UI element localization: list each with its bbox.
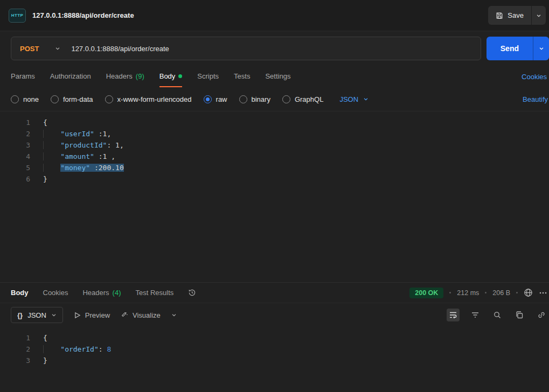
cookies-link[interactable]: Cookies	[522, 73, 547, 81]
status-badge: 200 OK	[409, 288, 443, 298]
beautify-link[interactable]: Beautify	[523, 95, 548, 103]
tab-settings[interactable]: Settings	[265, 66, 290, 87]
radio-icon	[282, 95, 290, 103]
radio-label: form-data	[63, 95, 93, 103]
modified-dot-icon	[178, 74, 182, 78]
separator-dot	[485, 292, 487, 293]
response-tab-body[interactable]: Body	[11, 289, 29, 297]
line-number: 3	[0, 139, 30, 151]
response-toolbar: {} JSON Preview Visualize	[0, 303, 549, 327]
body-type-form-data[interactable]: form-data	[51, 95, 93, 103]
save-icon	[496, 12, 503, 19]
radio-label: x-www-form-urlencoded	[117, 95, 192, 103]
tab-label: Body	[159, 72, 176, 80]
body-type-graphql[interactable]: GraphQL	[282, 95, 323, 103]
body-type-raw[interactable]: raw	[204, 95, 227, 103]
send-button-group: Send	[487, 37, 549, 60]
tab-body[interactable]: Body	[159, 66, 183, 87]
request-body-editor[interactable]: 1{2 "userId" :1,3 "productId": 1,4 "amou…	[0, 111, 549, 282]
code-content: {	[43, 332, 47, 344]
line-number: 6	[0, 173, 30, 185]
send-dropdown-button[interactable]	[533, 37, 549, 60]
response-tab-cookies[interactable]: Cookies	[43, 289, 68, 297]
response-format-selector[interactable]: {} JSON	[11, 307, 63, 323]
send-button[interactable]: Send	[487, 37, 533, 60]
code-content: }	[43, 173, 47, 185]
code-content: "userId" :1,	[43, 128, 111, 139]
code-line: 2 "userId" :1,	[0, 128, 549, 139]
request-title: 127.0.0.1:8888/api/order/create	[32, 11, 134, 19]
preview-button[interactable]: Preview	[74, 311, 110, 319]
body-type-none[interactable]: none	[11, 95, 39, 103]
save-button-group: Save	[488, 6, 546, 25]
line-number: 2	[0, 344, 30, 355]
code-line: 1{	[0, 117, 549, 128]
body-type-binary[interactable]: binary	[239, 95, 270, 103]
tab-scripts[interactable]: Scripts	[197, 66, 219, 87]
search-icon[interactable]	[491, 309, 504, 321]
method-label: POST	[20, 45, 39, 53]
braces-icon: {}	[17, 311, 23, 319]
tab-label: Body	[11, 289, 29, 297]
separator-dot	[449, 292, 451, 293]
radio-icon	[105, 95, 113, 103]
tab-tests[interactable]: Tests	[234, 66, 250, 87]
tab-label: Scripts	[197, 72, 219, 80]
tab-label: Tests	[234, 72, 250, 80]
copy-icon[interactable]	[513, 309, 526, 321]
body-type-row: noneform-datax-www-form-urlencodedrawbin…	[0, 87, 549, 111]
more-options-icon[interactable]	[539, 289, 547, 297]
response-tab-test-results[interactable]: Test Results	[136, 289, 174, 297]
response-body-editor[interactable]: 1{2 "orderId": 83}	[0, 327, 549, 392]
response-tab-headers[interactable]: Headers(4)	[82, 289, 121, 297]
response-tabs-row: BodyCookiesHeaders(4)Test Results 200 OK…	[0, 283, 549, 303]
tab-headers[interactable]: Headers(9)	[106, 66, 144, 87]
code-content: {	[43, 117, 47, 128]
radio-label: none	[23, 95, 39, 103]
tab-count: (4)	[113, 289, 121, 297]
response-size: 206 B	[492, 289, 510, 297]
url-input[interactable]: 127.0.0.1:8888/api/order/create	[69, 45, 169, 53]
method-selector[interactable]: POST	[11, 37, 69, 60]
chevron-down-icon	[51, 312, 57, 318]
tab-label: Settings	[265, 72, 290, 80]
chevron-down-icon	[363, 96, 369, 102]
line-number: 1	[0, 117, 30, 128]
code-line: 5 "money" :200.10	[0, 162, 549, 173]
response-time: 212 ms	[457, 289, 479, 297]
code-line: 3}	[0, 355, 549, 366]
visualize-label: Visualize	[133, 311, 161, 319]
response-tabs-list: BodyCookiesHeaders(4)Test Results	[11, 289, 188, 297]
code-line: 1{	[0, 332, 549, 344]
tab-label: Params	[11, 72, 35, 80]
tab-label: Test Results	[136, 289, 174, 297]
tab-authorization[interactable]: Authorization	[50, 66, 91, 87]
code-content: }	[43, 355, 47, 366]
radio-icon	[239, 95, 247, 103]
tab-params[interactable]: Params	[11, 66, 35, 87]
link-icon[interactable]	[535, 309, 548, 321]
line-number: 3	[0, 355, 30, 366]
chevron-down-icon	[539, 46, 544, 51]
body-format-selector[interactable]: JSON	[339, 95, 369, 103]
globe-icon[interactable]	[524, 288, 533, 297]
visualize-button[interactable]: Visualize	[121, 311, 161, 319]
chevron-down-icon	[536, 13, 541, 18]
view-options-chevron[interactable]	[171, 312, 177, 318]
code-content: "money" :200.10	[43, 162, 124, 173]
code-content: "amount" :1 ,	[43, 151, 115, 162]
radio-label: GraphQL	[295, 95, 323, 103]
filter-icon[interactable]	[469, 309, 482, 321]
preview-label: Preview	[85, 311, 110, 319]
wrap-text-icon[interactable]	[447, 309, 460, 321]
response-format-label: JSON	[27, 311, 46, 319]
response-section: BodyCookiesHeaders(4)Test Results 200 OK…	[0, 282, 549, 392]
code-line: 2 "orderId": 8	[0, 344, 549, 355]
body-type-x-www-form-urlencoded[interactable]: x-www-form-urlencoded	[105, 95, 192, 103]
response-history-icon[interactable]	[188, 289, 196, 297]
chevron-down-icon	[55, 46, 60, 51]
body-format-label: JSON	[339, 95, 358, 103]
save-dropdown-button[interactable]	[531, 6, 546, 25]
http-request-icon: HTTP	[9, 9, 26, 23]
save-button[interactable]: Save	[488, 6, 531, 25]
